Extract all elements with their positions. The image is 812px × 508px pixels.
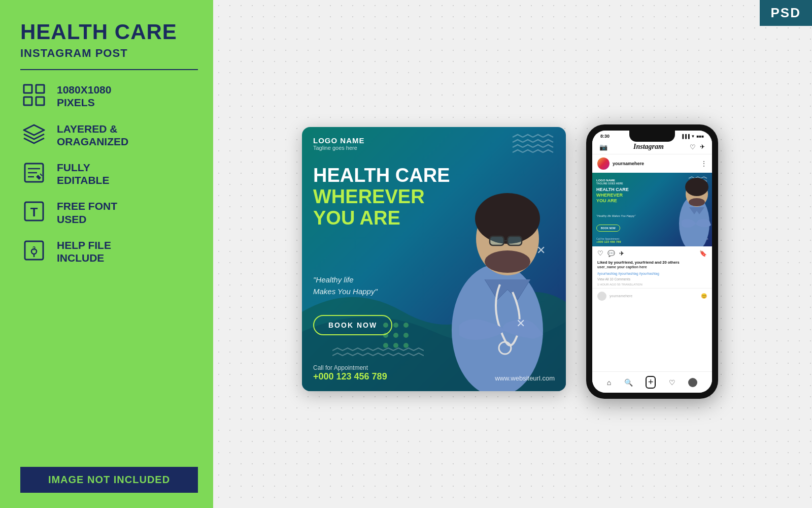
svg-point-22 [485,250,530,273]
phone-status-icons: ▐▐▐ ▼ ■■■ [681,134,704,139]
home-nav-icon[interactable]: ⌂ [607,378,611,387]
svg-rect-1 [36,85,44,93]
post-logo: LOGO NAME Tagline goes here [313,136,365,151]
feature-font: T FREE FONT USED [20,198,198,225]
phone-comment-avatar [597,292,606,301]
like-icon[interactable]: ♡ [597,249,603,257]
grid-icon [20,81,48,109]
layers-icon [20,120,48,148]
share-icon[interactable]: ✈ [619,250,624,257]
edit-icon [20,159,48,186]
feature-editable-text: FULLY EDITABLE [57,159,109,186]
search-nav-icon[interactable]: 🔍 [624,378,633,387]
svg-point-25 [393,323,398,328]
help-icon: ? [20,237,48,264]
send-icon: ✈ [700,143,705,150]
phone-post-image: LOGO NAME Tagline goes here HEALTH CARE … [592,173,712,246]
phone-doctor [671,173,712,246]
svg-point-26 [403,323,409,328]
deco-plus-2: ✕ [516,317,525,330]
post-tagline: "Healthy lifeMakes You Happy" [313,274,378,297]
svg-rect-19 [490,236,504,245]
svg-point-36 [689,198,705,206]
feature-resolution-text: 1080x1080 PIXELS [57,81,111,109]
phone-notch [629,131,675,142]
phone-post-header: yournamehere ⋮ [592,154,712,173]
phone-nav-bar: 📷 Instagram ♡ ✈ [592,140,712,154]
left-content: HEALTH CARE INSTAGRAM POST 1080x1080 PIX… [20,20,198,264]
smiley-icon: 😊 [701,293,707,299]
post-footer: Call for Appointment +000 123 456 789 ww… [313,364,555,382]
feature-resolution: 1080x1080 PIXELS [20,81,198,109]
right-panel: PSD [213,0,812,508]
heart-nav-icon[interactable]: ♡ [669,378,675,387]
svg-rect-3 [36,97,44,105]
feature-help-text: HELP FILE INCLUDE [57,237,111,264]
phone-post-actions: ♡ 💬 ✈ 🔖 [592,246,712,260]
phone-comment-input[interactable]: yournamehere [610,294,698,298]
comment-icon[interactable]: 💬 [607,250,615,257]
heart-nav-icon: ♡ [690,143,696,151]
phone-comment-bar: yournamehere 😊 [592,288,712,304]
phone-time-posted: 1 HOUR AGO 55 TRANSLATION [592,283,712,288]
phone-post-headline: HEALTH CARE WHEREVER YOU ARE [596,187,629,203]
feature-editable: FULLY EDITABLE [20,159,198,186]
svg-marker-4 [24,125,44,135]
phone-view-comments: View All 10 Comments [592,277,712,283]
phone-avatar [597,157,610,170]
main-title: HEALTH CARE [20,20,198,44]
feature-layered: LAYERED & ORAGANIZED [20,120,198,148]
deco-plus-1: ✕ [536,244,546,257]
svg-rect-20 [507,236,522,245]
svg-rect-0 [24,85,32,93]
save-icon[interactable]: 🔖 [699,250,707,257]
phone-action-icons: ♡ 💬 ✈ [597,249,624,257]
svg-point-18 [475,193,540,244]
left-panel: HEALTH CARE INSTAGRAM POST 1080x1080 PIX… [0,0,213,508]
font-icon: T [20,198,48,225]
feature-help: ? HELP FILE INCLUDE [20,237,198,264]
camera-icon: 📷 [599,143,607,151]
divider [20,69,198,70]
svg-point-31 [393,343,398,348]
phone-screen: 8:30 ▐▐▐ ▼ ■■■ 📷 Instagram ♡ ✈ [592,131,712,393]
post-card-inner: LOGO NAME Tagline goes here HEALTH CARE … [302,127,566,391]
add-nav-icon[interactable]: + [646,376,656,389]
phone-likes: Liked by yourfriend, yourfriend and 20 o… [592,260,712,265]
phone-mockup: 8:30 ▐▐▐ ▼ ■■■ 📷 Instagram ♡ ✈ [586,124,718,399]
svg-point-32 [403,343,409,348]
features-list: 1080x1080 PIXELS LAYERED & ORAGANIZED [20,81,198,264]
post-headline: HEALTH CARE WHEREVER YOU ARE [313,165,450,229]
phone-hashtags: #yourhashtag #yourhashtag #yourhashtag [592,272,712,277]
deco-chevron [510,132,556,160]
feature-font-text: FREE FONT USED [57,198,117,225]
profile-nav-icon[interactable] [688,378,697,387]
post-footer-left: Call for Appointment +000 123 456 789 [313,364,387,382]
svg-point-28 [393,333,398,338]
svg-point-29 [403,333,409,338]
svg-point-30 [383,343,388,348]
sub-title: INSTAGRAM POST [20,47,198,60]
svg-line-9 [40,174,42,176]
instagram-post-card: LOGO NAME Tagline goes here HEALTH CARE … [302,127,566,391]
psd-badge: PSD [760,0,812,26]
feature-layered-text: LAYERED & ORAGANIZED [57,120,128,148]
phone-bottom-nav: ⌂ 🔍 + ♡ [592,371,712,393]
more-options-icon[interactable]: ⋮ [701,160,707,167]
phone-book-now-button[interactable]: BOOK NOW [596,225,620,232]
svg-point-35 [685,178,708,196]
svg-text:T: T [30,205,38,219]
phone-caption: user_name your caption here [592,265,712,272]
book-now-button[interactable]: BOOK NOW [313,315,392,335]
svg-text:?: ? [32,246,36,251]
svg-rect-2 [24,97,32,105]
bottom-bar: IMAGE NOT INCLUDED [20,467,198,493]
